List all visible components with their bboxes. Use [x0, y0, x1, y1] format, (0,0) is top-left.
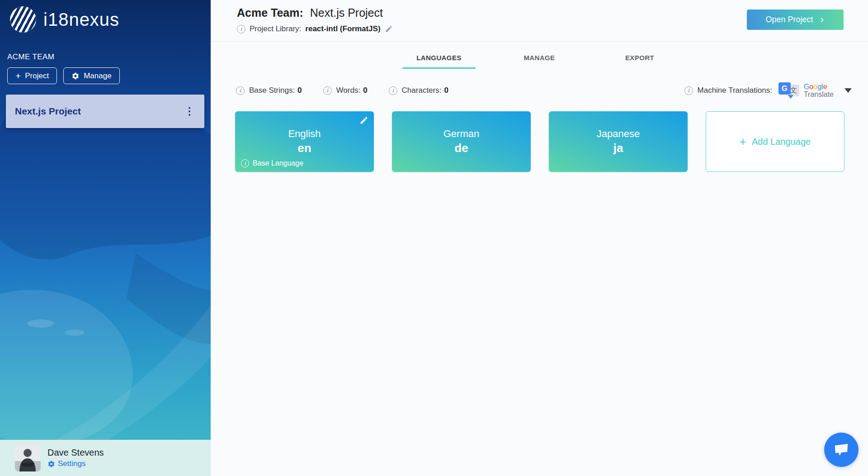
info-icon: i: [684, 86, 693, 95]
sidebar-project-item[interactable]: Next.js Project ⋮: [6, 95, 204, 128]
app-logo-text: i18nexus: [43, 10, 119, 29]
user-bar: Dave Stevens Settings: [0, 440, 211, 476]
manage-team-button[interactable]: Manage: [63, 67, 119, 84]
info-icon: i: [236, 86, 245, 95]
project-name: Next.js Project: [310, 6, 383, 19]
add-project-button[interactable]: + Project: [7, 67, 57, 84]
app-logo[interactable]: i18nexus: [0, 0, 211, 33]
tabs: LANGUAGES MANAGE EXPORT: [211, 54, 868, 69]
project-kebab-menu-icon[interactable]: ⋮: [182, 106, 197, 116]
info-icon: i: [241, 159, 249, 167]
info-icon: i: [237, 25, 245, 33]
base-language-badge: i Base Language: [241, 159, 303, 167]
google-translate-icon: 文 G: [778, 82, 799, 99]
project-item-name: Next.js Project: [15, 106, 81, 117]
plus-icon: +: [15, 71, 21, 81]
stats-row: i Base Strings: 0 i Words: 0 i Character…: [211, 82, 868, 99]
machine-translations-selector[interactable]: i Machine Translations: 文 G Google Trans…: [684, 82, 852, 99]
plus-icon: +: [740, 135, 746, 149]
add-language-button[interactable]: + Add Language: [706, 111, 844, 172]
language-cards: English en i Base Language German de Jap…: [211, 111, 868, 172]
open-project-button[interactable]: Open Project: [747, 10, 844, 30]
edit-library-icon[interactable]: [385, 25, 393, 33]
tab-export[interactable]: EXPORT: [603, 54, 676, 69]
project-library-label: Project Library:: [250, 24, 301, 33]
info-icon: i: [323, 86, 332, 95]
settings-link[interactable]: Settings: [47, 459, 104, 468]
main-panel: Acme Team: Next.js Project i Project Lib…: [211, 0, 868, 476]
add-project-label: Project: [25, 71, 49, 81]
stat-base-strings: i Base Strings: 0: [236, 86, 302, 95]
language-card-german[interactable]: German de: [392, 111, 531, 172]
google-translate-wordmark: Google Translate: [804, 83, 834, 98]
main-header: Acme Team: Next.js Project i Project Lib…: [211, 0, 868, 42]
chat-bubble-icon: [833, 441, 850, 458]
stat-characters: i Characters: 0: [389, 86, 448, 95]
sidebar: i18nexus ACME TEAM + Project Manage Next…: [0, 0, 211, 476]
manage-team-label: Manage: [84, 71, 111, 81]
tab-languages[interactable]: LANGUAGES: [402, 54, 476, 69]
chevron-right-icon: [819, 17, 825, 23]
language-card-english[interactable]: English en i Base Language: [235, 111, 374, 172]
settings-gear-icon: [47, 460, 55, 468]
chevron-down-icon[interactable]: [844, 88, 852, 93]
team-name: Acme Team:: [237, 6, 303, 19]
user-avatar: [15, 445, 41, 471]
info-icon: i: [389, 86, 397, 95]
settings-label: Settings: [58, 459, 85, 468]
project-library-value: react-intl (FormatJS): [305, 24, 380, 33]
tab-manage[interactable]: MANAGE: [503, 54, 576, 69]
language-card-japanese[interactable]: Japanese ja: [549, 111, 688, 172]
stat-words: i Words: 0: [323, 86, 368, 95]
team-label: ACME TEAM: [7, 52, 211, 62]
gear-icon: [71, 72, 80, 80]
chat-widget-button[interactable]: [824, 433, 859, 467]
machine-translations-label: Machine Translations:: [698, 86, 772, 95]
user-name: Dave Stevens: [47, 447, 104, 458]
edit-language-icon[interactable]: [359, 116, 368, 127]
globe-logo-icon: [10, 6, 36, 33]
open-project-label: Open Project: [765, 15, 813, 24]
add-language-label: Add Language: [752, 137, 811, 147]
